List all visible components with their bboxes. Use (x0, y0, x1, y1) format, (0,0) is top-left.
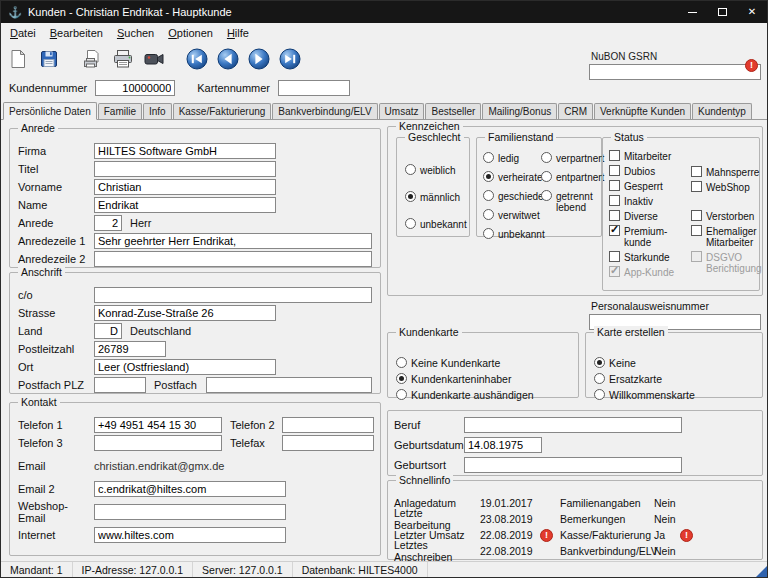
status-option-mahnsperre[interactable]: Mahnsperre (691, 166, 759, 178)
familienstand-option-geschieden[interactable]: geschieden (483, 190, 541, 202)
menu-item-datei[interactable]: Datei (3, 25, 43, 41)
kundenkarte-option-keine-kundenkarte[interactable]: Keine Kundenkarte (396, 357, 578, 369)
postfach-input[interactable] (206, 377, 372, 393)
familienstand-option-verpartnert[interactable]: verpartnert (541, 152, 601, 164)
status-check[interactable] (609, 225, 620, 236)
familienstand-radio[interactable] (483, 228, 494, 239)
karte-erstellen-option-keine[interactable]: Keine (594, 357, 762, 369)
hot-indicator[interactable]: ! (540, 529, 560, 542)
status-check[interactable] (609, 165, 620, 176)
geschlecht-option-m-nnlich[interactable]: männlich (405, 191, 469, 203)
familienstand-option-verheiratet[interactable]: verheiratet (483, 171, 541, 183)
familienstand-radio[interactable] (541, 171, 552, 182)
status-check[interactable] (609, 180, 620, 191)
status-option-app-kunde[interactable]: App-Kunde (609, 266, 689, 278)
geschlecht-option-weiblich[interactable]: weiblich (405, 164, 469, 176)
nav-previous-button[interactable] (215, 46, 241, 72)
familienstand-option-ledig[interactable]: ledig (483, 152, 541, 164)
kundennummer-input[interactable] (95, 80, 175, 96)
window-close-button[interactable]: ✕ (737, 1, 767, 23)
menu-item-hilfe[interactable]: Hilfe (220, 25, 256, 41)
print-form-button[interactable] (79, 46, 105, 72)
geschlecht-radio[interactable] (405, 164, 416, 175)
anredezeile2-input[interactable] (94, 251, 372, 267)
telefax-input[interactable] (282, 435, 374, 451)
titel-input[interactable] (94, 161, 276, 177)
telefon3-input[interactable] (94, 435, 222, 451)
status-check[interactable] (691, 251, 702, 262)
status-check[interactable] (691, 225, 702, 236)
kundenkarte-radio[interactable] (396, 357, 407, 368)
co-input[interactable] (94, 287, 372, 303)
status-check[interactable] (691, 166, 702, 177)
internet-input[interactable] (94, 527, 286, 543)
karte-erstellen-option-willkommenskarte[interactable]: Willkommenskarte (594, 389, 762, 401)
status-option-premium-kunde[interactable]: Premium-kunde (609, 225, 689, 248)
geschlecht-radio[interactable] (405, 191, 416, 202)
karte-erstellen-radio[interactable] (594, 373, 605, 384)
familienstand-option-unbekannt[interactable]: unbekannt (483, 228, 541, 240)
status-option-webshop[interactable]: WebShop (691, 181, 759, 193)
email2-input[interactable] (94, 481, 286, 497)
save-button[interactable] (36, 46, 62, 72)
beruf-input[interactable] (464, 417, 682, 433)
nav-last-button[interactable] (277, 46, 303, 72)
status-option-inaktiv[interactable]: Inaktiv (609, 195, 689, 207)
kundenkarte-option-kundenkarteninhaber[interactable]: Kundenkarteninhaber (396, 373, 578, 385)
tab-umsatz[interactable]: Umsatz (379, 103, 425, 119)
postleitzahl-input[interactable] (94, 341, 166, 357)
geburtsort-input[interactable] (464, 457, 682, 473)
anrede-code-input[interactable] (94, 215, 122, 231)
familienstand-option-entpartnert[interactable]: entpartnert (541, 171, 601, 183)
status-check[interactable] (609, 266, 620, 277)
familienstand-option-getrennt-lebend[interactable]: getrennt lebend (541, 190, 601, 213)
karte-erstellen-option-ersatzkarte[interactable]: Ersatzkarte (594, 373, 762, 385)
new-document-button[interactable] (5, 46, 31, 72)
status-check[interactable] (609, 251, 620, 262)
status-check[interactable] (609, 150, 620, 161)
tab-familie[interactable]: Familie (98, 103, 142, 119)
status-option-gesperrt[interactable]: Gesperrt (609, 180, 689, 192)
status-check[interactable] (609, 195, 620, 206)
telefon2-input[interactable] (282, 417, 374, 433)
familienstand-radio[interactable] (483, 171, 494, 182)
status-check[interactable] (609, 210, 620, 221)
status-option-mitarbeiter[interactable]: Mitarbeiter (609, 150, 689, 162)
familienstand-option-verwitwet[interactable]: verwitwet (483, 209, 541, 221)
menu-item-bearbeiten[interactable]: Bearbeiten (43, 25, 110, 41)
tab-bankverbindung-elv[interactable]: Bankverbindung/ELV (272, 103, 377, 119)
land-input[interactable] (94, 323, 122, 339)
kundenkarte-radio[interactable] (396, 373, 407, 384)
kartennummer-input[interactable] (278, 80, 350, 96)
kundenkarte-radio[interactable] (396, 389, 407, 400)
geburtsdatum-input[interactable] (464, 437, 542, 453)
telefon1-input[interactable] (94, 417, 222, 433)
menu-item-optionen[interactable]: Optionen (161, 25, 220, 41)
firma-input[interactable] (94, 143, 276, 159)
status-option-dubios[interactable]: Dubios (609, 165, 689, 177)
window-minimize-button[interactable] (677, 1, 707, 23)
status-check[interactable] (691, 210, 702, 221)
menu-item-suchen[interactable]: Suchen (110, 25, 161, 41)
tab-mailing-bonus[interactable]: Mailing/Bonus (482, 103, 557, 119)
postfach-plz-input[interactable] (94, 377, 146, 393)
tab-kasse-fakturierung[interactable]: Kasse/Fakturierung (173, 103, 272, 119)
tab-crm[interactable]: CRM (558, 103, 593, 119)
printer-button[interactable] (110, 46, 136, 72)
strasse-input[interactable] (94, 305, 276, 321)
nav-first-button[interactable] (184, 46, 210, 72)
familienstand-radio[interactable] (483, 209, 494, 220)
familienstand-radio[interactable] (483, 152, 494, 163)
nubon-input[interactable] (589, 64, 761, 80)
familienstand-radio[interactable] (541, 152, 552, 163)
familienstand-radio[interactable] (541, 190, 552, 201)
tab-kundentyp[interactable]: Kundentyp (692, 103, 752, 119)
karte-erstellen-radio[interactable] (594, 389, 605, 400)
status-option-diverse[interactable]: Diverse (609, 210, 689, 222)
karte-erstellen-radio[interactable] (594, 357, 605, 368)
nav-next-button[interactable] (246, 46, 272, 72)
status-option-verstorben[interactable]: Verstorben (691, 210, 759, 222)
geschlecht-option-unbekannt[interactable]: unbekannt (405, 218, 469, 230)
resize-grip[interactable] (756, 566, 767, 577)
status-check[interactable] (691, 181, 702, 192)
